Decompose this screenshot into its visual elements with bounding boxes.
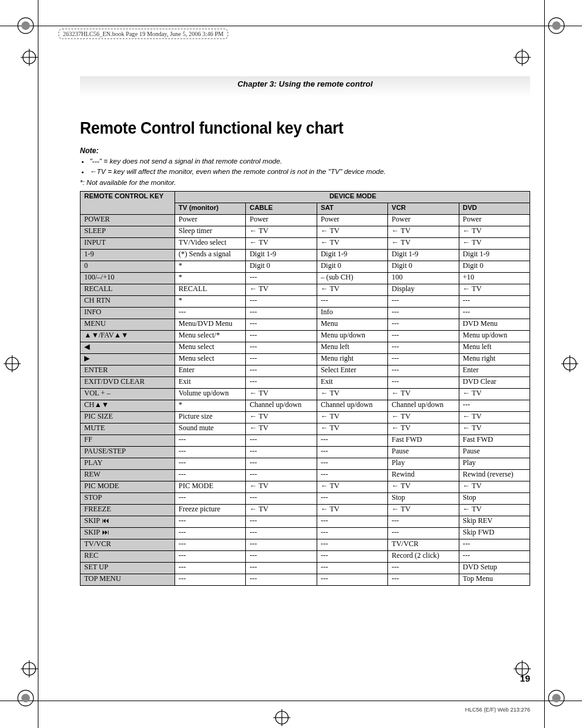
value-cell: --- bbox=[174, 574, 245, 585]
table-row: VOL + –Volume up/down← TV← TV← TV← TV bbox=[81, 388, 530, 400]
value-cell: Channel up/down bbox=[317, 400, 387, 411]
value-cell: ← TV bbox=[459, 388, 530, 400]
chapter-heading: Chapter 3: Using the remote control bbox=[80, 76, 530, 97]
value-cell: Menu right bbox=[459, 353, 530, 365]
value-cell: --- bbox=[388, 574, 459, 585]
table-row: 100/–/+10*---– (sub CH)100+10 bbox=[81, 272, 530, 284]
value-cell: Power bbox=[317, 214, 387, 226]
value-cell: RECALL bbox=[174, 284, 245, 295]
value-cell: Power bbox=[246, 214, 317, 226]
table-row: 1-9(*) Sends a signalDigit 1-9Digit 1-9D… bbox=[81, 249, 530, 261]
key-cell: VOL + – bbox=[81, 388, 175, 400]
value-cell: --- bbox=[174, 307, 245, 319]
value-cell: --- bbox=[174, 458, 245, 469]
table-row: PLAY---------PlayPlay bbox=[81, 458, 530, 469]
value-cell: Digit 1-9 bbox=[246, 249, 317, 261]
value-cell: ← TV bbox=[317, 237, 387, 249]
note-item: "---" = key does not send a signal in th… bbox=[90, 156, 530, 167]
value-cell: --- bbox=[388, 527, 459, 539]
value-cell: --- bbox=[246, 307, 317, 319]
value-cell: --- bbox=[246, 516, 317, 527]
key-cell: PLAY bbox=[81, 458, 175, 469]
key-cell: 0 bbox=[81, 261, 175, 272]
table-row: SKIP ⏭------------Skip FWD bbox=[81, 527, 530, 539]
key-cell: ENTER bbox=[81, 365, 175, 377]
value-cell: Channel up/down bbox=[388, 400, 459, 411]
function-key-chart: REMOTE CONTROL KEY DEVICE MODE TV (monit… bbox=[80, 191, 530, 586]
value-cell: Menu up/down bbox=[459, 330, 530, 342]
value-cell: Menu left bbox=[317, 342, 387, 353]
value-cell: --- bbox=[246, 342, 317, 353]
value-cell: --- bbox=[246, 446, 317, 458]
value-cell: ← TV bbox=[317, 226, 387, 237]
value-cell: ← TV bbox=[317, 411, 387, 423]
key-cell: REW bbox=[81, 469, 175, 481]
value-cell: --- bbox=[246, 330, 317, 342]
svg-point-7 bbox=[552, 694, 561, 702]
value-cell: --- bbox=[388, 295, 459, 307]
value-cell: --- bbox=[388, 319, 459, 330]
value-cell: ← TV bbox=[459, 504, 530, 516]
value-cell: ← TV bbox=[246, 481, 317, 492]
value-cell: Sleep timer bbox=[174, 226, 245, 237]
key-cell: 1-9 bbox=[81, 249, 175, 261]
value-cell: Skip FWD bbox=[459, 527, 530, 539]
value-cell: --- bbox=[246, 550, 317, 562]
value-cell: ← TV bbox=[317, 481, 387, 492]
value-cell: --- bbox=[317, 295, 387, 307]
table-row: FREEZEFreeze picture← TV← TV← TV← TV bbox=[81, 504, 530, 516]
value-cell: ← TV bbox=[388, 423, 459, 434]
value-cell: --- bbox=[246, 562, 317, 574]
value-cell: Power bbox=[459, 214, 530, 226]
key-cell: POWER bbox=[81, 214, 175, 226]
value-cell: ← TV bbox=[388, 388, 459, 400]
value-cell: Play bbox=[388, 458, 459, 469]
value-cell: Skip REV bbox=[459, 516, 530, 527]
key-cell: RECALL bbox=[81, 284, 175, 295]
value-cell: --- bbox=[317, 458, 387, 469]
value-cell: --- bbox=[317, 539, 387, 550]
value-cell: Info bbox=[317, 307, 387, 319]
svg-point-1 bbox=[21, 21, 30, 30]
table-row: PIC MODEPIC MODE← TV← TV← TV← TV bbox=[81, 481, 530, 492]
value-cell: ← TV bbox=[317, 388, 387, 400]
value-cell: Fast FWD bbox=[459, 434, 530, 446]
value-cell: Digit 1-9 bbox=[317, 249, 387, 261]
note-item: ←TV = key will affect the monitor, even … bbox=[90, 167, 530, 177]
value-cell: Fast FWD bbox=[388, 434, 459, 446]
source-file-stamp: 263237HLC56_EN.book Page 19 Monday, June… bbox=[59, 29, 228, 39]
value-cell: Record (2 click) bbox=[388, 550, 459, 562]
value-cell: --- bbox=[174, 562, 245, 574]
value-cell: --- bbox=[174, 446, 245, 458]
value-cell: --- bbox=[246, 295, 317, 307]
value-cell: Power bbox=[388, 214, 459, 226]
value-cell: ← TV bbox=[459, 284, 530, 295]
value-cell: ← TV bbox=[246, 237, 317, 249]
value-cell: – (sub CH) bbox=[317, 272, 387, 284]
value-cell: --- bbox=[246, 434, 317, 446]
value-cell: --- bbox=[246, 527, 317, 539]
key-cell: INFO bbox=[81, 307, 175, 319]
value-cell: * bbox=[174, 261, 245, 272]
value-cell: --- bbox=[317, 527, 387, 539]
table-row: ▲▼/FAV▲▼Menu select/*---Menu up/down---M… bbox=[81, 330, 530, 342]
value-cell: ← TV bbox=[459, 226, 530, 237]
value-cell: --- bbox=[317, 516, 387, 527]
value-cell: --- bbox=[459, 539, 530, 550]
value-cell: --- bbox=[246, 353, 317, 365]
key-cell: TV/VCR bbox=[81, 539, 175, 550]
value-cell: TV/Video select bbox=[174, 237, 245, 249]
value-cell: * bbox=[174, 272, 245, 284]
value-cell: Rewind bbox=[388, 469, 459, 481]
value-cell: ← TV bbox=[246, 284, 317, 295]
table-row: POWERPowerPowerPowerPowerPower bbox=[81, 214, 530, 226]
key-cell: ◀ bbox=[81, 342, 175, 353]
table-row: ◀Menu select---Menu left---Menu left bbox=[81, 342, 530, 353]
value-cell: --- bbox=[174, 539, 245, 550]
key-cell: INPUT bbox=[81, 237, 175, 249]
table-row: 0*Digit 0Digit 0Digit 0Digit 0 bbox=[81, 261, 530, 272]
value-cell: Digit 0 bbox=[388, 261, 459, 272]
value-cell: --- bbox=[246, 539, 317, 550]
value-cell: ← TV bbox=[317, 423, 387, 434]
value-cell: ← TV bbox=[388, 411, 459, 423]
